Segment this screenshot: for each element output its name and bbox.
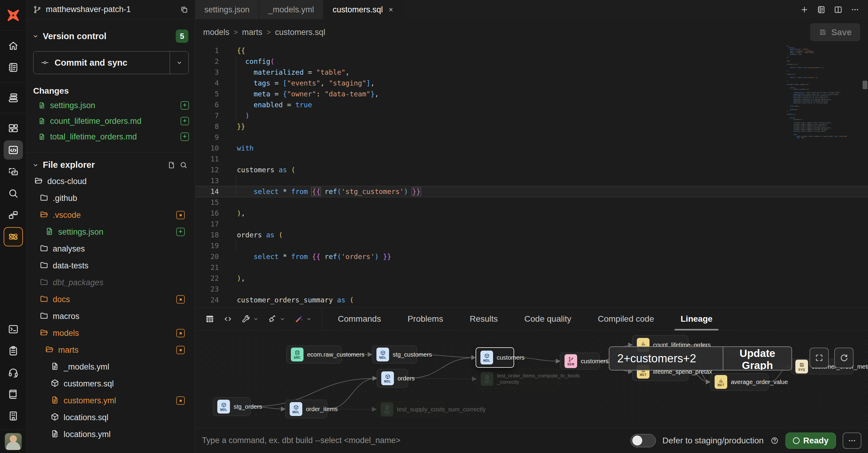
format-button[interactable] (265, 312, 289, 326)
chevron-down-icon[interactable] (32, 161, 39, 169)
tree-item-settings.json[interactable]: settings.json (27, 224, 195, 240)
tree-item-locations.yml[interactable]: locations.yml (27, 426, 195, 443)
branch-name[interactable]: matthewshaver-patch-1 (46, 5, 176, 14)
save-button[interactable]: Save (810, 23, 860, 41)
sidebar-item-headset[interactable] (4, 363, 23, 382)
code-line-19[interactable]: 19 (195, 240, 868, 251)
code-line-24[interactable]: 24customer_orders_summary as ( (195, 295, 868, 305)
lineage-node-order_items[interactable]: MDLorder_items (285, 400, 327, 418)
command-input[interactable]: Type a command, ex. dbt build --select <… (202, 436, 630, 445)
changed-file-row[interactable]: settings.json (27, 98, 195, 113)
code-line-15[interactable]: 15 (195, 197, 868, 208)
panel-tab-commands[interactable]: Commands (324, 308, 394, 330)
tree-item-docs[interactable]: docs (27, 291, 195, 308)
code-line-8[interactable]: 8}} (195, 121, 868, 132)
sidebar-item-terminal[interactable] (4, 320, 23, 339)
modified-badge[interactable] (176, 295, 185, 303)
new-file-icon[interactable] (167, 161, 176, 169)
panel-tab-compiled-code[interactable]: Compiled code (584, 308, 667, 330)
file-explorer-header[interactable]: File explorer (27, 153, 195, 173)
help-icon[interactable] (770, 436, 779, 445)
tree-item-models[interactable]: models (27, 325, 195, 342)
code-line-14[interactable]: 14 select * from {{ ref('stg_customers')… (195, 186, 868, 197)
modified-badge[interactable] (176, 211, 185, 219)
tree-item-macros[interactable]: macros (27, 308, 195, 325)
more-actions-button[interactable] (843, 432, 861, 449)
chevron-down-icon[interactable] (253, 316, 259, 322)
code-line-13[interactable]: 13 (195, 175, 868, 186)
build-button[interactable] (238, 312, 262, 326)
code-line-5[interactable]: 5 meta = {"owner": "data-team"}, (195, 89, 868, 99)
search-files-icon[interactable] (179, 161, 188, 169)
code-line-21[interactable]: 21 (195, 262, 868, 273)
defer-toggle[interactable] (630, 434, 656, 447)
lineage-node-customers_mdl[interactable]: MDLcustomers (475, 347, 514, 368)
tab-_models.yml[interactable]: _models.yml (259, 0, 324, 19)
sidebar-item-home[interactable] (4, 36, 23, 56)
code-line-6[interactable]: 6 enabled = true (195, 99, 868, 110)
tree-item-.vscode[interactable]: .vscode (27, 206, 195, 224)
changed-file-row[interactable]: count_lifetime_orders.md (27, 113, 195, 129)
minimap[interactable]: {{ config( materialized = "table", tags … (786, 45, 858, 138)
fullscreen-button[interactable] (809, 348, 829, 368)
scrollbar[interactable] (863, 81, 867, 89)
tree-item-data-tests[interactable]: data-tests (27, 257, 195, 274)
lineage-node-test_supply[interactable]: TSTtest_supply_costs_sum_correctly (376, 401, 444, 417)
tree-item-customers.yml[interactable]: customers.yml (27, 392, 195, 409)
preview-table-button[interactable] (202, 312, 218, 326)
status-badge[interactable]: Ready (785, 432, 836, 449)
changed-file-row[interactable]: total_lifetime_orders.md (27, 129, 195, 144)
copy-branch-icon[interactable] (180, 5, 188, 14)
tree-item-dbt_packages[interactable]: dbt_packages (27, 274, 195, 291)
commit-and-sync-button[interactable]: Commit and sync (33, 51, 189, 74)
dbt-logo[interactable] (0, 0, 27, 31)
tab-customers.sql[interactable]: customers.sql (324, 0, 404, 19)
tree-item-analyses[interactable]: analyses (27, 240, 195, 257)
close-icon[interactable] (388, 6, 394, 13)
panel-tab-lineage[interactable]: Lineage (667, 308, 726, 330)
panel-tab-problems[interactable]: Problems (394, 308, 456, 330)
code-line-1[interactable]: 1{{ (195, 45, 868, 56)
avatar[interactable] (5, 433, 22, 450)
tab-settings.json[interactable]: settings.json (195, 0, 259, 19)
panel-tab-code-quality[interactable]: Code quality (511, 308, 585, 330)
modified-badge[interactable] (176, 346, 185, 354)
sidebar-item-clipboard[interactable] (4, 341, 23, 360)
code-line-7[interactable]: 7 ) (195, 110, 868, 121)
stage-file-button[interactable] (181, 101, 189, 110)
code-line-22[interactable]: 22), (195, 273, 868, 284)
breadcrumb-item-models[interactable]: models (203, 28, 229, 37)
sidebar-item-notebook[interactable] (4, 58, 23, 77)
version-control-header[interactable]: Version control 5 (27, 19, 195, 43)
refresh-graph-button[interactable] (834, 348, 854, 368)
breadcrumb-item-customers.sql[interactable]: customers.sql (275, 28, 326, 37)
code-line-4[interactable]: 4 tags = ["events", "staging"], (195, 78, 868, 89)
tree-item-marts[interactable]: marts (27, 342, 195, 358)
stage-file-button[interactable] (181, 117, 189, 125)
modified-badge[interactable] (176, 396, 185, 405)
code-line-9[interactable]: 9 (195, 132, 868, 143)
tree-item-_models.yml[interactable]: _models.yml (27, 358, 195, 375)
code-line-3[interactable]: 3 materialized = "table", (195, 67, 868, 78)
tree-item-.github[interactable]: .github (27, 190, 195, 206)
tree-item-locations.sql[interactable]: locations.sql (27, 409, 195, 426)
update-graph-button[interactable]: Update Graph (723, 347, 792, 370)
lineage-node-stg_customers[interactable]: MDLstg_customers (372, 346, 417, 363)
sidebar-item-grid[interactable] (4, 119, 23, 138)
more-options-icon[interactable] (850, 5, 860, 14)
code-editor[interactable]: 1{{2 config(3 materialized = "table",4 t… (195, 45, 868, 307)
tree-item-docs-cloud[interactable]: docs-cloud (27, 173, 195, 190)
code-line-10[interactable]: 10with (195, 143, 868, 154)
code-line-23[interactable]: 23 (195, 284, 868, 295)
lineage-node-stg_orders[interactable]: MDLstg_orders (213, 397, 251, 416)
code-line-18[interactable]: 18orders as ( (195, 229, 868, 240)
sidebar-item-building[interactable] (4, 406, 23, 426)
chevron-down-icon[interactable] (306, 316, 312, 322)
sidebar-item-code-editor[interactable] (4, 140, 23, 160)
new-tab-icon[interactable] (800, 5, 809, 14)
chevron-down-icon[interactable] (279, 316, 286, 322)
ai-fix-button[interactable] (291, 312, 315, 326)
commit-options-dropdown[interactable] (170, 52, 188, 74)
sidebar-item-search[interactable] (4, 184, 23, 203)
tree-item-customers.sql[interactable]: customers.sql (27, 375, 195, 392)
